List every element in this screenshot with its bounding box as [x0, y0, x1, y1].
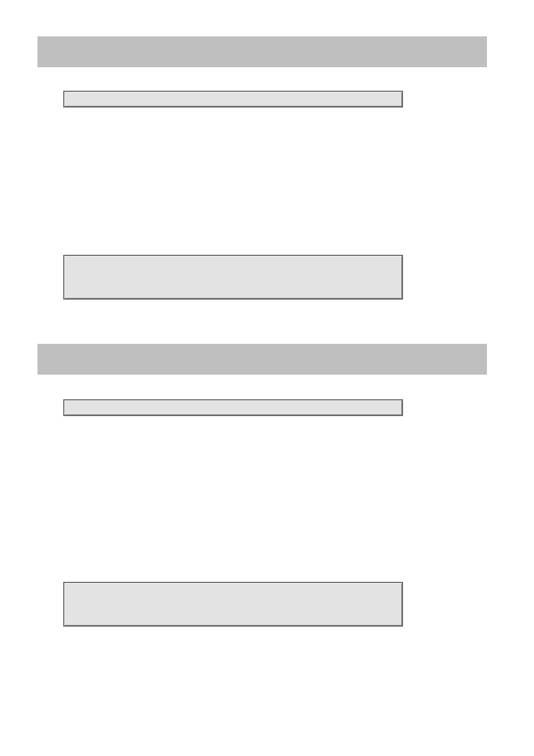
input-small-2[interactable] — [63, 399, 403, 416]
input-large-2[interactable] — [63, 582, 403, 627]
section-header-1 — [38, 36, 487, 67]
section-header-2 — [38, 344, 487, 375]
input-small-1[interactable] — [63, 91, 403, 108]
input-large-1[interactable] — [63, 255, 403, 300]
form-page — [0, 0, 534, 756]
